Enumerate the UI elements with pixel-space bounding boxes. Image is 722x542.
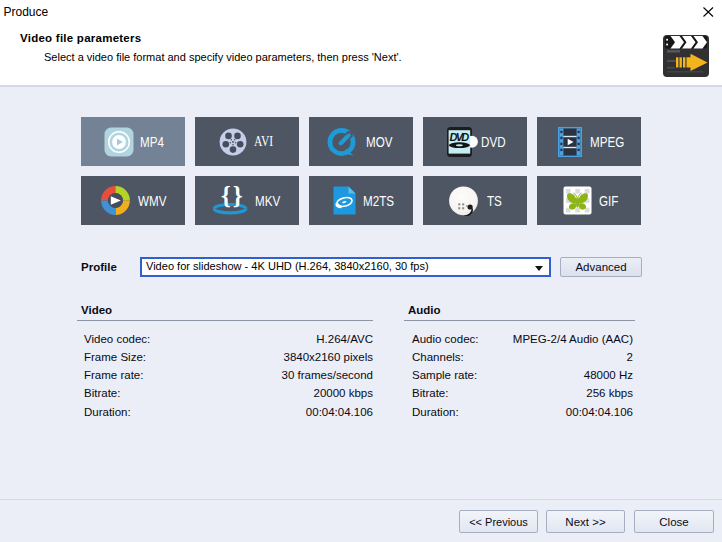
svg-text:}: } (233, 186, 243, 209)
svg-text:{: { (221, 186, 231, 209)
svg-text:DVD: DVD (449, 131, 469, 143)
